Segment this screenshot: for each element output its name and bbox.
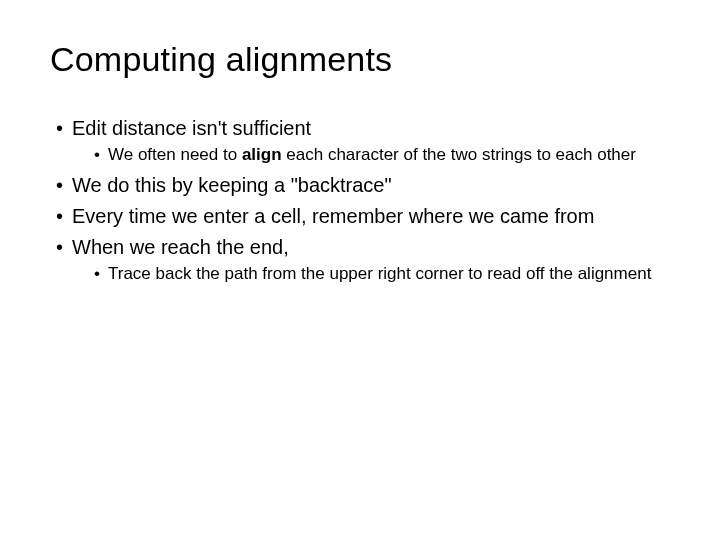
- bullet-text: When we reach the end,: [72, 236, 289, 258]
- bullet-text: We do this by keeping a "backtrace": [72, 174, 392, 196]
- sub-bullet-text-bold: align: [242, 145, 282, 164]
- bullet-item-4: When we reach the end, Trace back the pa…: [56, 234, 670, 285]
- sub-bullet-list: We often need to align each character of…: [72, 144, 670, 166]
- sub-bullet-list: Trace back the path from the upper right…: [72, 263, 670, 285]
- bullet-text: Every time we enter a cell, remember whe…: [72, 205, 594, 227]
- sub-bullet-text-pre: We often need to: [108, 145, 242, 164]
- sub-bullet-text-post: each character of the two strings to eac…: [282, 145, 636, 164]
- sub-bullet-item: We often need to align each character of…: [94, 144, 670, 166]
- bullet-item-3: Every time we enter a cell, remember whe…: [56, 203, 670, 230]
- bullet-text: Edit distance isn't sufficient: [72, 117, 311, 139]
- bullet-list: Edit distance isn't sufficient We often …: [50, 115, 670, 285]
- bullet-item-2: We do this by keeping a "backtrace": [56, 172, 670, 199]
- sub-bullet-item: Trace back the path from the upper right…: [94, 263, 670, 285]
- bullet-item-1: Edit distance isn't sufficient We often …: [56, 115, 670, 166]
- sub-bullet-text: Trace back the path from the upper right…: [108, 264, 651, 283]
- slide-title: Computing alignments: [50, 40, 670, 79]
- slide: Computing alignments Edit distance isn't…: [0, 0, 720, 540]
